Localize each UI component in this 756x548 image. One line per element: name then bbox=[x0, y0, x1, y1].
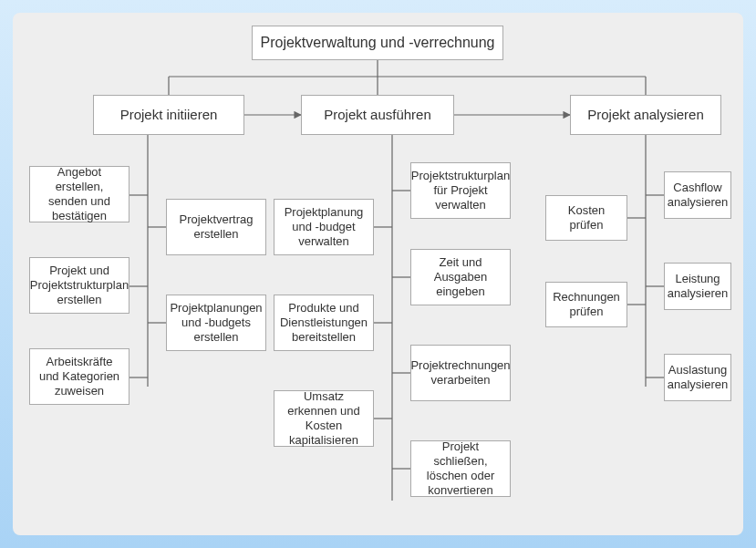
phase-analyze: Projekt analysieren bbox=[570, 95, 721, 135]
initiate-left-0: Angebot erstellen, senden und bestätigen bbox=[29, 166, 129, 222]
title-box: Projektverwaltung und -verrechnung bbox=[252, 26, 503, 60]
initiate-right-0: Projektvertrag erstellen bbox=[166, 199, 266, 255]
initiate-left-2: Arbeitskräfte und Kategorien zuweisen bbox=[29, 348, 129, 405]
execute-left-0: Projektplanung und -budget verwalten bbox=[274, 199, 374, 255]
analyze-left-1: Rechnungen prüfen bbox=[545, 282, 627, 327]
execute-right-1: Zeit und Ausgaben eingeben bbox=[410, 249, 511, 305]
analyze-left-0: Kosten prüfen bbox=[545, 195, 627, 241]
analyze-right-1: Leistung analysieren bbox=[664, 263, 731, 310]
execute-right-0: Projektstrukturplan für Projekt verwalte… bbox=[410, 162, 511, 219]
initiate-right-1: Projektplanungen und -budgets erstellen bbox=[166, 295, 266, 351]
execute-right-2: Projektrechnungen verarbeiten bbox=[410, 345, 511, 401]
execute-right-3: Projekt schließen, löschen oder konverti… bbox=[410, 440, 511, 497]
diagram-canvas: Projektverwaltung und -verrechnung Proje… bbox=[13, 13, 743, 535]
execute-left-1: Produkte und Dienstleistungen bereitstel… bbox=[274, 295, 374, 351]
analyze-right-0: Cashflow analysieren bbox=[664, 171, 731, 219]
phase-execute: Projekt ausführen bbox=[301, 95, 454, 135]
phase-initiate: Projekt initiieren bbox=[93, 95, 244, 135]
analyze-right-2: Auslastung analysieren bbox=[664, 354, 731, 401]
execute-left-2: Umsatz erkennen und Kosten kapitalisiere… bbox=[274, 390, 374, 447]
initiate-left-1: Projekt und Projektstrukturplan erstelle… bbox=[29, 257, 129, 314]
